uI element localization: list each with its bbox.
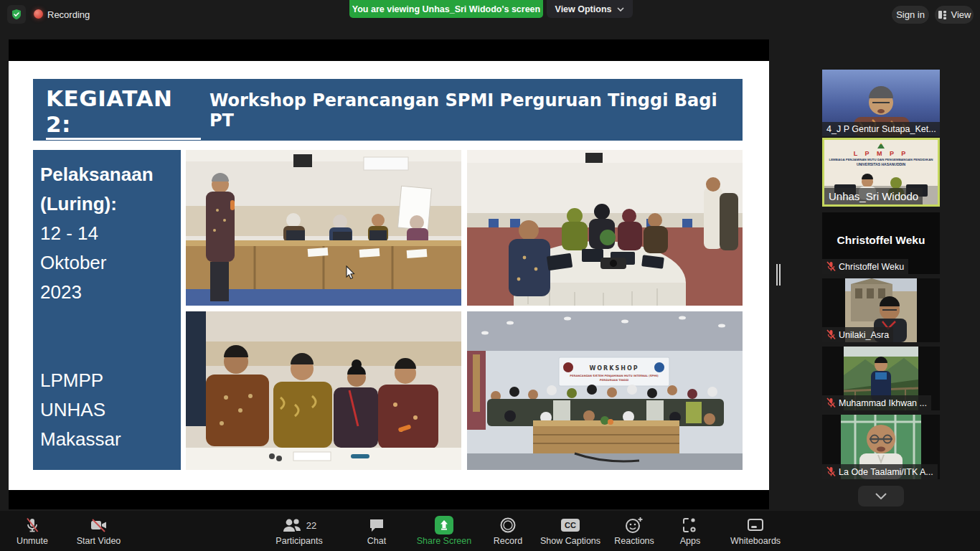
mouse-cursor bbox=[346, 265, 357, 283]
reactions-smiley-icon bbox=[625, 517, 644, 534]
share-screen-button[interactable]: Share Screen bbox=[408, 515, 480, 550]
slide-title-text: Workshop Perancangan SPMI Perguruan Ting… bbox=[209, 90, 731, 131]
slide-photo-roundtable bbox=[467, 150, 743, 306]
mic-muted-icon bbox=[24, 517, 41, 534]
share-screen-label: Share Screen bbox=[417, 536, 471, 546]
photo-banner-line1: WORKSHOP bbox=[589, 365, 639, 372]
video-tile-la-ode-taalami[interactable]: La Ode Taalami/ITK A... bbox=[822, 415, 940, 479]
slide-title-bar: KEGIATAN 2: Workshop Perancangan SPMI Pe… bbox=[33, 79, 743, 141]
participant-display-name: Christoffel Weku bbox=[822, 234, 940, 247]
record-icon bbox=[499, 517, 517, 534]
share-screen-icon bbox=[435, 516, 453, 534]
panel-line: 2023 bbox=[40, 278, 181, 307]
apps-button[interactable]: Apps bbox=[669, 515, 712, 550]
unmute-label: Unmute bbox=[17, 536, 48, 546]
start-video-label: Start Video bbox=[77, 536, 121, 546]
chat-button[interactable]: Chat bbox=[355, 515, 398, 550]
participants-count-badge: 22 bbox=[306, 520, 316, 531]
record-button[interactable]: Record bbox=[483, 515, 533, 550]
participant-name-label: 4_J P Gentur Sutapa_Ket... bbox=[822, 122, 940, 136]
video-tile-unhas-sri-widodo-active[interactable]: L P M P P LEMBAGA PENJAMINAN MUTU DAN PE… bbox=[822, 138, 940, 207]
slide-photo-participants-closeup bbox=[186, 311, 461, 470]
more-participants-button[interactable] bbox=[858, 486, 904, 507]
photo-banner-line3: PERGURUAN TINGGI bbox=[600, 379, 628, 382]
participant-name-label: Christoffel Weku bbox=[822, 259, 908, 274]
muted-mic-icon bbox=[826, 329, 836, 340]
participants-icon bbox=[282, 517, 302, 533]
security-shield-icon[interactable] bbox=[7, 5, 26, 24]
meeting-toolbar: Unmute Start Video 22 Participants Cha bbox=[0, 511, 980, 551]
start-video-button[interactable]: Start Video bbox=[68, 515, 129, 550]
unmute-button[interactable]: Unmute bbox=[7, 515, 57, 550]
sign-in-label: Sign in bbox=[896, 9, 925, 20]
captions-icon: CC bbox=[561, 519, 580, 532]
apps-icon bbox=[682, 517, 699, 534]
panel-line: 12 - 14 bbox=[40, 219, 181, 248]
show-captions-label: Show Captions bbox=[540, 536, 600, 546]
reactions-label: Reactions bbox=[614, 536, 654, 546]
video-tile-unilaki-asra[interactable]: Unilaki_Asra bbox=[822, 278, 940, 342]
chevron-down-icon bbox=[617, 7, 624, 11]
participant-name-label: La Ode Taalami/ITK A... bbox=[822, 464, 938, 479]
whiteboards-label: Whiteboards bbox=[730, 536, 781, 546]
camera-off-icon bbox=[90, 517, 108, 533]
chevron-down-icon bbox=[875, 493, 887, 499]
shared-screen-area: KEGIATAN 2: Workshop Perancangan SPMI Pe… bbox=[9, 39, 769, 509]
slide-photo-group: WORKSHOP PERANCANGAN SISTEM PENJAMINAN M… bbox=[467, 311, 743, 470]
slide-side-panel: Pelaksanaan (Luring): 12 - 14 Oktober 20… bbox=[33, 150, 181, 470]
top-bar: Recording You are viewing Unhas_Sri Wido… bbox=[0, 0, 980, 29]
panel-line: Oktober bbox=[40, 248, 181, 278]
participants-button[interactable]: 22 Participants bbox=[266, 515, 332, 550]
view-label: View bbox=[951, 9, 971, 20]
panel-line: LPMPP bbox=[40, 366, 181, 395]
record-label: Record bbox=[494, 536, 522, 546]
video-tile-gentur-sutapa[interactable]: 4_J P Gentur Sutapa_Ket... bbox=[822, 70, 940, 136]
recording-label: Recording bbox=[47, 9, 90, 20]
zoom-meeting-window: Recording You are viewing Unhas_Sri Wido… bbox=[0, 0, 980, 551]
whiteboard-icon bbox=[746, 517, 765, 533]
reactions-button[interactable]: Reactions bbox=[608, 515, 660, 550]
view-options-label: View Options bbox=[555, 4, 612, 14]
lpmpp-sign: L P M P P LEMBAGA PENJAMINAN MUTU DAN PE… bbox=[824, 143, 938, 167]
video-tile-christoffel-weku[interactable]: Christoffel Weku Christoffel Weku bbox=[822, 212, 940, 274]
view-button[interactable]: View bbox=[935, 6, 974, 24]
slide-photo-speaker-classroom bbox=[186, 150, 461, 306]
panel-line: Makassar bbox=[40, 425, 181, 454]
slide-title-prefix: KEGIATAN 2: bbox=[46, 85, 201, 140]
lpmpp-logo-icon bbox=[877, 143, 885, 149]
presentation-slide: KEGIATAN 2: Workshop Perancangan SPMI Pe… bbox=[9, 61, 769, 490]
apps-label: Apps bbox=[680, 536, 701, 546]
panel-line: (Luring): bbox=[40, 189, 181, 219]
panel-resize-handle[interactable] bbox=[776, 264, 782, 286]
muted-mic-icon bbox=[826, 261, 836, 272]
participant-name-label: Unilaki_Asra bbox=[822, 327, 893, 342]
sign-in-button[interactable]: Sign in bbox=[892, 6, 929, 24]
panel-line: UNHAS bbox=[40, 395, 181, 425]
view-options-button[interactable]: View Options bbox=[547, 0, 633, 18]
chat-bubble-icon bbox=[368, 517, 385, 533]
recording-indicator-icon bbox=[34, 9, 43, 19]
show-captions-button[interactable]: CC Show Captions bbox=[534, 515, 606, 550]
participant-name-label: Muhammad Ikhwan ... bbox=[822, 395, 931, 410]
photo-banner-line2: PERANCANGAN SISTEM PENJAMINAN MUTU INTER… bbox=[570, 375, 659, 377]
video-tile-muhammad-ikhwan[interactable]: Muhammad Ikhwan ... bbox=[822, 347, 940, 410]
view-layout-icon bbox=[938, 10, 947, 19]
participant-name-label: Unhas_Sri Widodo bbox=[824, 188, 923, 204]
participants-label: Participants bbox=[275, 536, 322, 546]
chat-label: Chat bbox=[367, 536, 386, 546]
muted-mic-icon bbox=[826, 466, 836, 477]
viewing-screen-banner: You are viewing Unhas_Sri Widodo's scree… bbox=[349, 0, 543, 18]
muted-mic-icon bbox=[826, 397, 836, 408]
panel-line: Pelaksanaan bbox=[40, 160, 181, 189]
whiteboards-button[interactable]: Whiteboards bbox=[722, 515, 788, 550]
